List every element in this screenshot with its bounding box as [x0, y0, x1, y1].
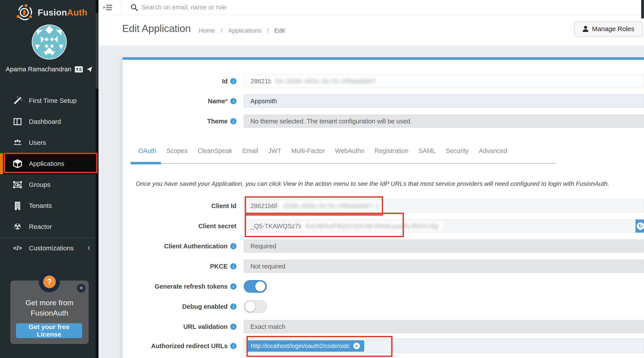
id-input[interactable]: 28621b 64-2596-493c-9c76-cff6da0667: [244, 74, 644, 88]
sidebar: FusionAuth Aparna Ramachandran: [0, 0, 98, 358]
sidebar-item-label: Reactor: [29, 223, 52, 230]
authorized-redirect-urls-row: Authorized redirect URLsi http://localho…: [122, 339, 644, 353]
info-icon[interactable]: i: [230, 324, 236, 330]
tab-advanced[interactable]: Advanced: [479, 147, 507, 154]
topbar: [98, 0, 644, 15]
theme-label: Theme: [207, 118, 228, 125]
debug-enabled-row: Debug enabledi: [122, 300, 644, 313]
sidebar-item-label: Applications: [29, 160, 64, 168]
search-icon: [130, 4, 138, 12]
reactor-icon: ☢: [13, 222, 22, 232]
sidebar-item-label: Dashboard: [29, 118, 61, 126]
id-label: Id: [222, 78, 228, 85]
avatar[interactable]: [32, 24, 67, 60]
promo-title: Get more from FusionAuth: [10, 298, 89, 318]
sidebar-item-customizations[interactable]: </> Customizations ‹: [0, 238, 98, 259]
regenerate-secret-button[interactable]: ↻: [636, 220, 644, 232]
name-input[interactable]: Appsmith: [244, 94, 644, 108]
name-row: Name*i Appsmith: [122, 94, 644, 108]
url-validation-select[interactable]: Exact match: [244, 320, 644, 333]
debug-enabled-toggle[interactable]: [244, 300, 267, 313]
info-icon[interactable]: i: [230, 98, 236, 104]
pkce-label: PKCE: [210, 263, 228, 270]
topbar-divider: [121, 0, 122, 14]
contact-card-icon[interactable]: [75, 66, 83, 72]
tab-saml[interactable]: SAML: [418, 147, 436, 154]
redirect-url-chip: http://localhost/login/oauth2/code/oidc …: [246, 340, 364, 352]
sidebar-item-applications[interactable]: Applications: [0, 153, 98, 174]
url-validation-label: URL validation: [184, 323, 228, 330]
sidebar-item-dashboard[interactable]: Dashboard: [0, 111, 98, 132]
generate-refresh-tokens-toggle[interactable]: [244, 280, 267, 293]
client-id-label: Client Id: [212, 202, 236, 210]
wand-icon: [13, 96, 22, 106]
client-secret-row: Client secret _Q5-TKAWQSz7s EdJW9uP8QOrQ…: [122, 220, 644, 232]
sidebar-item-tenants[interactable]: Tenants: [0, 195, 98, 216]
sidebar-item-label: Users: [29, 139, 46, 146]
tab-jwt[interactable]: JWT: [268, 147, 281, 154]
sidebar-item-label: Tenants: [29, 202, 52, 210]
oauth-note: Once you have saved your Application, yo…: [136, 180, 609, 187]
tab-bar: OAuth Scopes CleanSpeak Email JWT Multi-…: [138, 147, 507, 154]
id-row: Idi 28621b 64-2596-493c-9c76-cff6da0667: [122, 74, 644, 88]
tab-oauth[interactable]: OAuth: [138, 147, 156, 154]
name-label: Name*: [208, 98, 228, 105]
manage-roles-button[interactable]: Manage Roles: [574, 21, 643, 37]
sidebar-collapse-icon[interactable]: [103, 4, 112, 11]
redaction-blur: 2596-493c-9c76-cff6da0667-1: [280, 202, 383, 210]
user-row: Aparna Ramachandran: [0, 66, 98, 73]
question-icon: ?: [43, 276, 56, 288]
tab-registration[interactable]: Registration: [374, 147, 408, 154]
authorized-redirect-urls-input[interactable]: http://localhost/login/oauth2/code/oidc …: [244, 339, 644, 353]
tab-underline: [131, 163, 556, 164]
remove-chip-icon[interactable]: ✕: [353, 343, 360, 349]
sidebar-item-label: Customizations: [29, 244, 74, 252]
sidebar-item-label: First Time Setup: [29, 97, 76, 104]
generate-refresh-tokens-row: Generate refresh tokensi: [122, 280, 644, 293]
tab-scopes[interactable]: Scopes: [166, 147, 188, 154]
info-icon[interactable]: i: [230, 243, 236, 249]
tab-security[interactable]: Security: [446, 147, 469, 154]
tab-cleanspeak[interactable]: CleanSpeak: [198, 147, 232, 154]
sidebar-item-label: Groups: [29, 181, 50, 188]
client-id-input[interactable]: 28621b6f- 2596-493c-9c76-cff6da0667-1: [244, 199, 644, 212]
info-icon[interactable]: i: [230, 263, 236, 270]
sidebar-item-groups[interactable]: Groups: [0, 174, 98, 195]
fusionauth-logo[interactable]: FusionAuth: [16, 4, 87, 21]
theme-select[interactable]: No theme selected. The tenant configurat…: [244, 115, 644, 128]
info-icon[interactable]: i: [230, 78, 236, 84]
tab-webauthn[interactable]: WebAuthn: [335, 147, 364, 154]
tab-multi-factor[interactable]: Multi-Factor: [291, 147, 325, 154]
search-input[interactable]: [142, 0, 382, 14]
info-icon[interactable]: i: [230, 284, 236, 290]
client-authentication-row: Client Authenticationi Required: [122, 240, 644, 253]
client-secret-input[interactable]: _Q5-TKAWQSz7s EdJW9uP8QOrQtUWJ9mkuywRLRb…: [244, 220, 644, 232]
breadcrumb-home[interactable]: Home: [199, 27, 215, 34]
info-icon[interactable]: i: [230, 343, 236, 349]
debug-enabled-label: Debug enabled: [182, 303, 228, 310]
person-icon: [582, 26, 588, 32]
help-badge[interactable]: ?: [39, 271, 60, 292]
chevron-left-icon[interactable]: ‹: [87, 243, 90, 252]
info-icon[interactable]: i: [230, 304, 236, 310]
user-name: Aparna Ramachandran: [6, 66, 71, 73]
sidebar-item-reactor[interactable]: ☢ Reactor: [0, 216, 98, 237]
get-free-license-button[interactable]: Get your free License: [16, 323, 82, 338]
client-authentication-select[interactable]: Required: [244, 240, 644, 253]
breadcrumb-applications[interactable]: Applications: [228, 27, 261, 34]
viewport-edge-sliver: [641, 0, 644, 18]
sidebar-item-users[interactable]: Users: [0, 132, 98, 153]
generate-refresh-tokens-label: Generate refresh tokens: [154, 283, 228, 290]
promo-close-button[interactable]: ✕: [77, 284, 86, 292]
redaction-blur: EdJW9uP8QOrQtUWJ9mkuywRLRbAC9g: [302, 222, 441, 230]
users-icon: [13, 138, 22, 148]
building-icon: [13, 201, 22, 210]
info-icon[interactable]: i: [230, 118, 236, 124]
tab-email[interactable]: Email: [242, 147, 258, 154]
send-icon[interactable]: [86, 66, 93, 73]
client-id-row: Client Id 28621b6f- 2596-493c-9c76-cff6d…: [122, 199, 644, 212]
application-form-panel: Idi 28621b 64-2596-493c-9c76-cff6da0667 …: [122, 57, 644, 358]
sidebar-scrollbar-thumb[interactable]: [96, 13, 98, 88]
pkce-select[interactable]: Not required: [244, 260, 644, 273]
sidebar-item-first-time-setup[interactable]: First Time Setup: [0, 90, 98, 111]
